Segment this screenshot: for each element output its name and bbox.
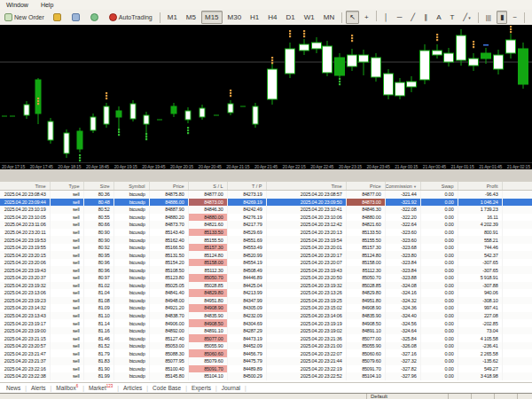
history-row[interactable]: 2025.04.20 23:19:17sell81.14btcusdp84906… (0, 319, 532, 327)
alerts-button[interactable] (50, 11, 66, 24)
menu-window[interactable]: Window (0, 0, 35, 10)
column-header-profit[interactable]: Profit (458, 182, 502, 191)
history-row[interactable]: 2025.04.20 23:22:38sell81.99btcusdp85145… (0, 372, 532, 380)
shapes-dropdown-icon[interactable]: ╱▾ (459, 11, 473, 24)
column-header-price[interactable]: Price (149, 182, 188, 191)
timeframe-mn[interactable]: MN (320, 11, 338, 24)
column-header-size[interactable]: Size (83, 182, 113, 191)
timeframe-d1[interactable]: D1 (283, 11, 299, 24)
history-row[interactable]: 2025.04.20 23:21:47sell81.79btcusdp85088… (0, 349, 532, 357)
zoom-in-icon[interactable]: ⊕ (528, 11, 532, 24)
tab-mailbox[interactable]: Mailbox6 (51, 384, 82, 391)
column-header-spacer[interactable] (502, 182, 532, 191)
chart-area[interactable] (0, 25, 532, 162)
cell: 81.02 (83, 282, 113, 290)
vertical-line-icon[interactable]: │ (380, 11, 392, 24)
history-row[interactable]: 2025.04.20 23:20:15sell80.95btcusdp85131… (0, 251, 532, 259)
column-header-type[interactable]: Type (50, 182, 83, 191)
time-axis-label: 20 Apr 21:45 (254, 164, 278, 169)
history-row[interactable]: 2025.04.20 23:19:32sell81.02btcusdp85025… (0, 282, 532, 290)
autotrading-button[interactable]: AutoTrading (106, 11, 156, 24)
bar-chart-icon[interactable]: ||| (482, 11, 495, 24)
tab-market[interactable]: Market123 (84, 384, 117, 391)
cursor-icon[interactable]: ↖ (346, 11, 359, 24)
history-row[interactable]: 2025.04.20 23:20:11sell80.90btcusdp85143… (0, 229, 532, 237)
trendline-icon[interactable]: ╱ (407, 11, 419, 24)
tab-alerts[interactable]: Alerts (27, 385, 51, 391)
tab-articles[interactable]: Articles (119, 385, 146, 391)
cell: sell (50, 372, 83, 380)
cell: 0.00 (420, 229, 458, 237)
cell: 81.10 (83, 312, 113, 320)
history-row[interactable]: 2025.04.20 23:08:43sell80.36btcusdp84875… (0, 191, 532, 199)
line-chart-icon[interactable]: ~ (509, 11, 520, 24)
community-button[interactable] (87, 11, 104, 24)
timeframe-m30[interactable]: M30 (224, 11, 246, 24)
column-header-time[interactable]: Time (266, 182, 346, 191)
status-template-cell[interactable]: Default (366, 394, 449, 399)
history-row[interactable]: 2025.04.20 23:11:06sell80.66btcusdp84873… (0, 221, 532, 229)
history-row[interactable]: 2025.04.20 23:19:43sell80.96btcusdp85108… (0, 266, 532, 274)
history-row[interactable]: 2025.04.20 23:20:37sell80.97btcusdp85123… (0, 274, 532, 282)
timeframe-m5[interactable]: M5 (183, 11, 200, 24)
history-row[interactable]: 2025.04.20 23:21:15sell81.46btcusdp85127… (0, 334, 532, 342)
cell: 85143.40 (149, 229, 188, 237)
timeframe-m15[interactable]: M15 (201, 11, 223, 24)
history-row[interactable]: 2025.04.20 23:20:57sell81.52btcusdp85053… (0, 342, 532, 350)
table-header-row[interactable]: TimeTypeSizeSymbolPriceS / LT / PTimePri… (0, 182, 532, 191)
cell: 85112.30 (188, 266, 227, 274)
cell: 0.00 (420, 274, 458, 282)
cell: 2025.04.20 23:20:01 (266, 244, 346, 252)
tab-code-base[interactable]: Code Base (148, 385, 185, 391)
history-row[interactable]: 2025.04.20 23:13:43sell81.10btcusdp84838… (0, 312, 532, 320)
history-row[interactable]: 2025.04.20 23:10:19sell80.52btcusdp84887… (0, 206, 532, 214)
cell: -96.43 (458, 191, 502, 199)
history-row[interactable]: 2025.04.20 23:13:06sell81.04btcusdp84841… (0, 289, 532, 297)
history-row[interactable]: 2025.04.20 23:20:06sell80.96btcusdp85154… (0, 259, 532, 267)
column-header-commission[interactable]: Commission ▼ (385, 182, 420, 191)
cell: sell (50, 221, 83, 229)
cell: 85158.00 (188, 259, 227, 267)
cell: 84838.70 (149, 312, 188, 320)
text-icon[interactable]: A (433, 11, 444, 24)
timeframe-w1[interactable]: W1 (301, 11, 318, 24)
history-row[interactable]: 2025.04.20 23:09:44sell80.48btcusdp84886… (0, 199, 532, 207)
history-row[interactable]: 2025.04.20 23:19:55sell80.92btcusdp85166… (0, 244, 532, 252)
timeframe-h4[interactable]: H4 (264, 11, 280, 24)
column-header-symbol[interactable]: Symbol (113, 182, 149, 191)
cell: 997.41 (458, 304, 502, 312)
history-row[interactable]: 2025.04.20 23:14:32sell81.09btcusdp84921… (0, 304, 532, 312)
tab-news[interactable]: News (2, 385, 25, 391)
timeframe-h1[interactable]: H1 (246, 11, 262, 24)
candlestick-chart-icon[interactable]: ▮ (497, 11, 507, 24)
column-header-price[interactable]: Price (346, 182, 385, 191)
history-row[interactable]: 2025.04.20 23:19:53sell80.90btcusdp85162… (0, 236, 532, 244)
history-row[interactable]: 2025.04.20 23:19:23sell81.08btcusdp84948… (0, 297, 532, 305)
cell: sell (50, 266, 83, 274)
history-row[interactable]: 2025.04.20 23:21:37sell81.83btcusdp85077… (0, 357, 532, 365)
cell: 2025.04.20 23:21:15 (0, 334, 50, 342)
horizontal-line-icon[interactable]: ─ (394, 11, 406, 24)
history-row[interactable]: 2025.04.20 23:22:16sell81.90btcusdp85100… (0, 365, 532, 373)
cell: -327.32 (385, 357, 420, 365)
column-header-s-l[interactable]: S / L (188, 182, 227, 191)
history-row[interactable]: 2025.04.20 23:10:05sell80.55btcusdp84880… (0, 214, 532, 222)
cell: 85112.30 (346, 266, 385, 274)
cell: 85157.30 (346, 244, 385, 252)
crosshair-icon[interactable]: + (361, 11, 372, 24)
channel-icon[interactable]: ∥ (420, 11, 431, 24)
history-row[interactable]: 2025.04.20 23:19:00sell81.16btcusdp84892… (0, 327, 532, 335)
label-icon[interactable]: T (446, 11, 458, 24)
column-header-swap[interactable]: Swap (420, 182, 458, 191)
timeframe-m1[interactable]: M1 (164, 11, 181, 24)
tab-journal[interactable]: Journal (217, 385, 245, 391)
menu-help[interactable]: Help (35, 0, 59, 10)
column-header-time[interactable]: Time (0, 182, 50, 191)
cell (502, 357, 532, 365)
print-button[interactable] (68, 11, 85, 24)
cell: 85131.50 (149, 251, 188, 259)
column-header-t-p[interactable]: T / P (227, 182, 266, 191)
tab-experts[interactable]: Experts (187, 385, 215, 391)
new-order-button[interactable]: New Order (1, 11, 48, 24)
cell: 0.00 (420, 327, 458, 335)
